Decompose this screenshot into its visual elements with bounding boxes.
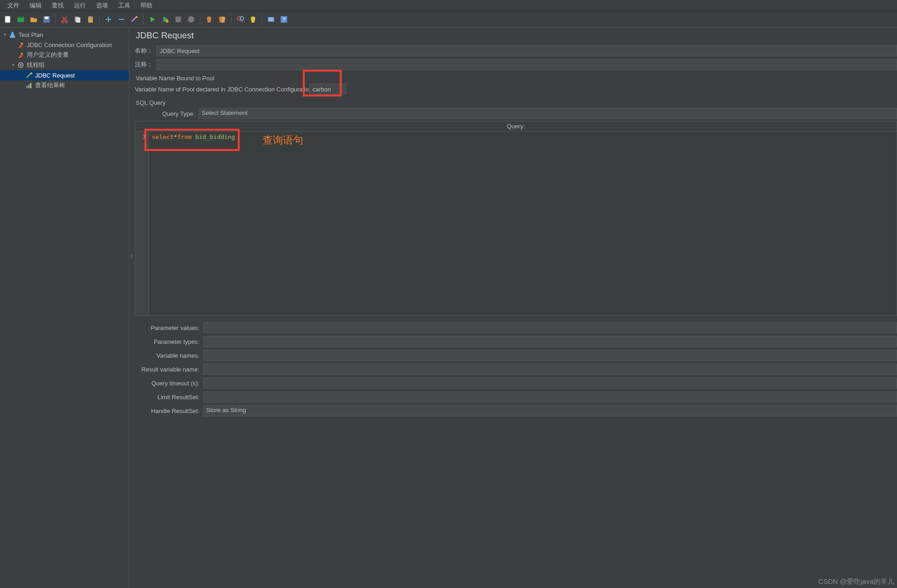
- handle-select[interactable]: Store as String: [203, 405, 897, 416]
- pool-label: Variable Name of Pool declared in JDBC C…: [135, 86, 306, 93]
- svg-rect-4: [45, 17, 48, 19]
- param-values-input[interactable]: [203, 322, 897, 333]
- svg-rect-23: [26, 86, 28, 88]
- comment-label: 注释：: [135, 60, 153, 69]
- menu-tools[interactable]: 工具: [114, 0, 135, 11]
- open-icon[interactable]: [28, 13, 40, 25]
- menu-file[interactable]: 文件: [3, 0, 24, 11]
- tree-jdbc-config[interactable]: ▸ JDBC Connection Configuration: [0, 40, 129, 50]
- collapse-icon[interactable]: [115, 13, 127, 25]
- svg-rect-25: [30, 83, 31, 88]
- page-title: JDBC Request: [135, 30, 897, 41]
- search-icon[interactable]: [234, 13, 246, 25]
- menu-search[interactable]: 查找: [47, 0, 68, 11]
- clear-icon[interactable]: [203, 13, 215, 25]
- query-header: Query:: [135, 121, 897, 131]
- param-types-label: Parameter types:: [135, 338, 199, 345]
- sampler-icon: [25, 72, 33, 79]
- name-label: 名称：: [135, 47, 153, 55]
- tree-label: 查看结果树: [35, 81, 65, 90]
- svg-rect-24: [28, 84, 30, 88]
- param-types-input[interactable]: [203, 336, 897, 347]
- table-name: bid_bidding: [195, 133, 235, 140]
- tree-label: JDBC Request: [35, 72, 75, 79]
- tree-label: Test Plan: [18, 31, 43, 38]
- main: ▸ Test Plan ▸ JDBC Connection Configurat…: [0, 28, 897, 588]
- stop-icon[interactable]: [172, 13, 184, 25]
- copy-icon[interactable]: [72, 13, 84, 25]
- svg-point-21: [20, 64, 22, 66]
- tree-label: JDBC Connection Configuration: [27, 42, 112, 48]
- shutdown-icon[interactable]: [185, 13, 197, 25]
- svg-point-5: [62, 20, 64, 23]
- toggle-icon[interactable]: [128, 13, 140, 25]
- pool-input[interactable]: [309, 84, 346, 95]
- flask-icon: [8, 31, 17, 38]
- content-panel: JDBC Request 名称： 注释： Variable Name Bound…: [129, 28, 897, 588]
- svg-rect-0: [5, 16, 10, 23]
- tree-user-vars[interactable]: ▸ 用户定义的变量: [0, 50, 129, 60]
- cut-icon[interactable]: [59, 13, 71, 25]
- tree-jdbc-request[interactable]: ▸ JDBC Request: [0, 70, 129, 80]
- timeout-input[interactable]: [203, 378, 897, 389]
- var-names-label: Variable names:: [135, 352, 199, 359]
- kw-select: select: [152, 133, 174, 140]
- tree-test-plan[interactable]: ▸ Test Plan: [0, 30, 129, 40]
- clear-all-icon[interactable]: [216, 13, 228, 25]
- code-body[interactable]: select*from bid_bidding 查询语句: [149, 132, 897, 315]
- templates-icon[interactable]: [15, 13, 27, 25]
- kw-from: from: [177, 133, 192, 140]
- help-icon[interactable]: ?: [278, 13, 290, 25]
- line-gutter: 1: [135, 132, 149, 315]
- start-icon[interactable]: [146, 13, 158, 25]
- svg-point-12: [166, 20, 169, 23]
- sql-section-title: SQL Query: [136, 99, 897, 106]
- menu-options[interactable]: 选项: [91, 0, 113, 11]
- tree-label: 线程组: [27, 61, 45, 69]
- svg-point-11: [136, 16, 138, 18]
- new-icon[interactable]: [2, 13, 14, 25]
- expand-icon[interactable]: [102, 13, 114, 25]
- result-var-input[interactable]: [203, 364, 897, 375]
- svg-point-14: [188, 16, 194, 23]
- tree-label: 用户定义的变量: [27, 51, 69, 59]
- function-icon[interactable]: [265, 13, 277, 25]
- menu-edit[interactable]: 编辑: [25, 0, 46, 11]
- gear-icon: [17, 61, 25, 69]
- wrench-icon: [17, 51, 25, 59]
- name-input[interactable]: [157, 45, 897, 56]
- comment-input[interactable]: [157, 59, 897, 70]
- start-no-pause-icon[interactable]: [159, 13, 171, 25]
- menu-help[interactable]: 帮助: [136, 0, 157, 11]
- results-icon: [25, 82, 33, 89]
- reset-search-icon[interactable]: [247, 13, 259, 25]
- save-icon[interactable]: [41, 13, 53, 25]
- param-values-label: Parameter values:: [135, 324, 199, 331]
- svg-point-22: [30, 72, 32, 74]
- svg-rect-13: [175, 17, 181, 22]
- tree-view-results[interactable]: ▸ 查看结果树: [0, 80, 129, 90]
- toolbar: ?: [0, 11, 897, 28]
- menubar: 文件 编辑 查找 运行 选项 工具 帮助: [0, 0, 897, 11]
- result-var-label: Result variable name:: [135, 366, 199, 373]
- paste-icon[interactable]: [84, 13, 96, 25]
- wrench-icon: [17, 41, 25, 48]
- query-editor[interactable]: 1 select*from bid_bidding 查询语句: [135, 131, 897, 316]
- svg-rect-8: [76, 18, 80, 23]
- query-type-select[interactable]: Select Statement: [199, 108, 897, 119]
- query-type-label: Query Type:: [158, 110, 195, 117]
- handle-label: Handle ResultSet:: [135, 408, 199, 414]
- tree-panel: ▸ Test Plan ▸ JDBC Connection Configurat…: [0, 28, 129, 588]
- menu-run[interactable]: 运行: [69, 0, 90, 11]
- tree-thread-group[interactable]: ▸ 线程组: [0, 60, 129, 70]
- svg-rect-2: [19, 16, 23, 18]
- limit-label: Limit ResultSet:: [135, 394, 199, 401]
- annotation-text: 查询语句: [263, 133, 303, 147]
- limit-input[interactable]: [203, 391, 897, 402]
- watermark: CSDN @爱吃java的羊儿: [819, 577, 894, 586]
- resize-handle[interactable]: [129, 249, 134, 263]
- svg-text:?: ?: [283, 17, 286, 23]
- svg-rect-10: [89, 16, 92, 18]
- timeout-label: Query timeout (s):: [135, 380, 199, 387]
- var-names-input[interactable]: [203, 350, 897, 361]
